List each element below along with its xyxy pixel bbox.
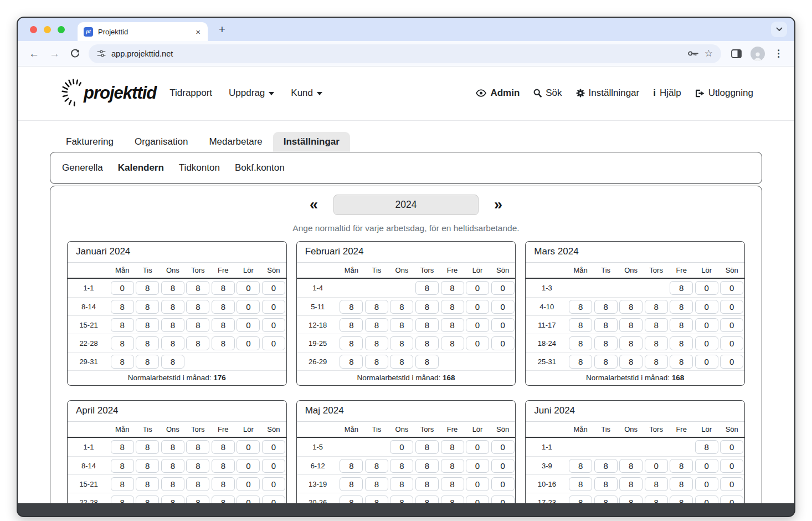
hour-input[interactable] — [569, 336, 592, 350]
hour-input[interactable] — [390, 477, 413, 491]
hour-input[interactable] — [670, 336, 693, 350]
hour-input[interactable] — [670, 318, 693, 332]
hour-input[interactable] — [365, 355, 388, 369]
hour-input[interactable] — [212, 496, 235, 504]
hour-input[interactable] — [262, 440, 285, 454]
subtab-kalendern[interactable]: Kalendern — [118, 162, 164, 173]
hour-input[interactable] — [365, 336, 388, 350]
hour-input[interactable] — [212, 477, 235, 491]
hour-input[interactable] — [441, 459, 464, 473]
browser-menu-icon[interactable]: ⋮ — [770, 48, 787, 59]
hour-input[interactable] — [111, 459, 134, 473]
hour-input[interactable] — [594, 496, 618, 504]
hour-input[interactable] — [390, 318, 413, 332]
hour-input[interactable] — [569, 459, 592, 473]
hour-input[interactable] — [695, 318, 718, 332]
hour-input[interactable] — [111, 318, 134, 332]
hour-input[interactable] — [594, 336, 618, 350]
hour-input[interactable] — [136, 496, 159, 504]
hour-input[interactable] — [695, 496, 718, 504]
tab-close-icon[interactable]: × — [193, 27, 203, 37]
window-close-button[interactable] — [30, 26, 37, 33]
user-item-hjalp[interactable]: iHjälp — [653, 88, 681, 99]
hour-input[interactable] — [136, 355, 159, 369]
hour-input[interactable] — [237, 336, 260, 350]
hour-input[interactable] — [262, 281, 285, 295]
tab-organisation[interactable]: Organisation — [124, 132, 198, 152]
new-tab-button[interactable]: + — [215, 23, 229, 36]
hour-input[interactable] — [136, 440, 159, 454]
nav-item-kund[interactable]: Kund — [291, 88, 322, 99]
hour-input[interactable] — [466, 336, 489, 350]
hour-input[interactable] — [695, 281, 718, 295]
hour-input[interactable] — [491, 496, 515, 504]
hour-input[interactable] — [161, 300, 184, 314]
hour-input[interactable] — [645, 300, 668, 314]
hour-input[interactable] — [441, 281, 464, 295]
hour-input[interactable] — [415, 440, 439, 454]
subtab-tidkonton[interactable]: Tidkonton — [179, 162, 220, 173]
side-panel-icon[interactable] — [727, 45, 746, 63]
hour-input[interactable] — [111, 300, 134, 314]
hour-input[interactable] — [212, 318, 235, 332]
hour-input[interactable] — [594, 459, 618, 473]
hour-input[interactable] — [695, 459, 718, 473]
hour-input[interactable] — [111, 477, 134, 491]
hour-input[interactable] — [186, 318, 209, 332]
hour-input[interactable] — [390, 440, 413, 454]
hour-input[interactable] — [237, 318, 260, 332]
hour-input[interactable] — [161, 318, 184, 332]
hour-input[interactable] — [619, 336, 643, 350]
hour-input[interactable] — [491, 281, 515, 295]
back-button[interactable]: ← — [25, 45, 43, 63]
bookmark-star-icon[interactable]: ☆ — [705, 48, 713, 59]
browser-tab[interactable]: pt Projekttid × — [78, 22, 208, 41]
hour-input[interactable] — [212, 440, 235, 454]
hour-input[interactable] — [491, 318, 515, 332]
hour-input[interactable] — [569, 318, 592, 332]
hour-input[interactable] — [340, 496, 363, 504]
hour-input[interactable] — [466, 281, 489, 295]
hour-input[interactable] — [695, 440, 718, 454]
hour-input[interactable] — [262, 459, 285, 473]
tab-installningar[interactable]: Inställningar — [273, 132, 350, 152]
hour-input[interactable] — [340, 336, 363, 350]
hour-input[interactable] — [415, 355, 439, 369]
hour-input[interactable] — [670, 496, 693, 504]
hour-input[interactable] — [262, 336, 285, 350]
hour-input[interactable] — [466, 496, 489, 504]
prev-year-button[interactable]: « — [310, 197, 318, 212]
hour-input[interactable] — [645, 459, 668, 473]
year-display[interactable]: 2024 — [333, 195, 479, 215]
hour-input[interactable] — [491, 336, 515, 350]
hour-input[interactable] — [491, 477, 515, 491]
hour-input[interactable] — [136, 459, 159, 473]
hour-input[interactable] — [237, 440, 260, 454]
hour-input[interactable] — [161, 440, 184, 454]
hour-input[interactable] — [594, 355, 618, 369]
hour-input[interactable] — [695, 477, 718, 491]
hour-input[interactable] — [441, 300, 464, 314]
hour-input[interactable] — [441, 440, 464, 454]
hour-input[interactable] — [619, 300, 643, 314]
hour-input[interactable] — [720, 300, 743, 314]
hour-input[interactable] — [111, 440, 134, 454]
hour-input[interactable] — [695, 300, 718, 314]
hour-input[interactable] — [212, 300, 235, 314]
hour-input[interactable] — [645, 496, 668, 504]
window-zoom-button[interactable] — [58, 26, 65, 33]
hour-input[interactable] — [569, 477, 592, 491]
hour-input[interactable] — [645, 318, 668, 332]
hour-input[interactable] — [569, 300, 592, 314]
reload-button[interactable] — [66, 45, 84, 63]
hour-input[interactable] — [695, 336, 718, 350]
hour-input[interactable] — [340, 318, 363, 332]
hour-input[interactable] — [466, 440, 489, 454]
hour-input[interactable] — [136, 318, 159, 332]
hour-input[interactable] — [720, 281, 743, 295]
hour-input[interactable] — [365, 459, 388, 473]
window-minimize-button[interactable] — [44, 26, 51, 33]
hour-input[interactable] — [720, 477, 743, 491]
hour-input[interactable] — [594, 318, 618, 332]
hour-input[interactable] — [186, 440, 209, 454]
